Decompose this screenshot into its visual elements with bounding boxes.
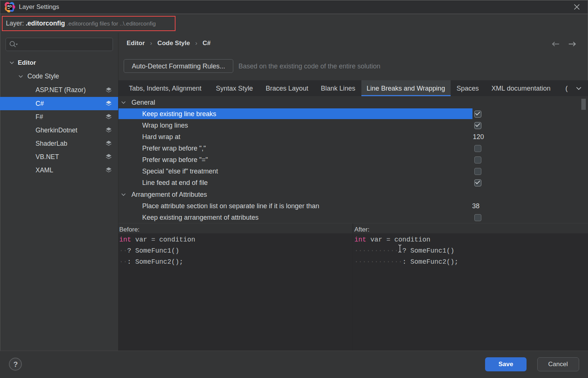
svg-text:RD: RD — [7, 4, 12, 8]
